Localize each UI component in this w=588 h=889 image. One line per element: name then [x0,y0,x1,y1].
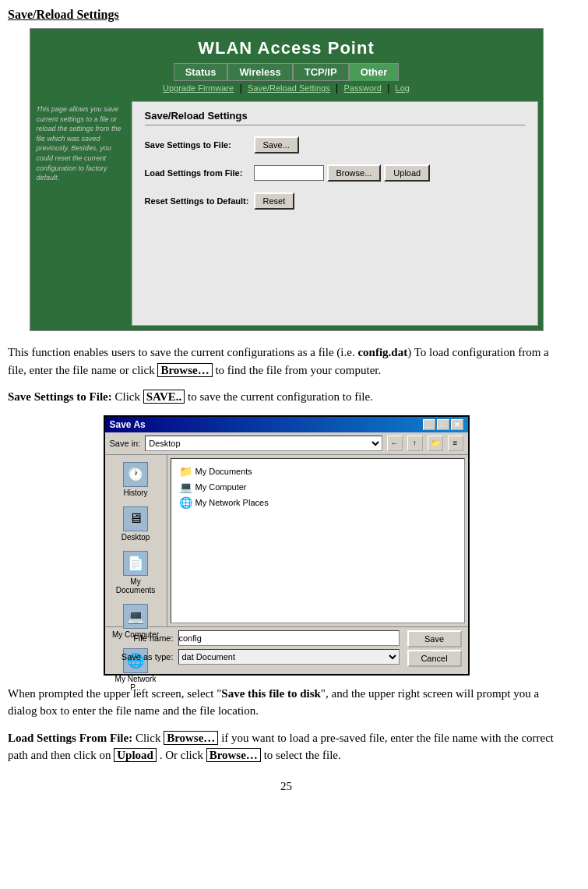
upload-button[interactable]: Upload [384,164,430,182]
device-main-title: Save/Reload Settings [145,110,525,125]
file-label-mynetwork: My Network Places [195,498,269,507]
dialog-titlebar: Save As _ □ ✕ [105,417,468,432]
nav-status[interactable]: Status [174,63,228,81]
filetype-label: Save as type: [111,652,174,661]
close-button[interactable]: ✕ [451,419,463,430]
file-item-mydocuments[interactable]: 📁 My Documents [176,464,459,479]
page-title: Save/Reload Settings [8,8,565,22]
intro-paragraph: This function enables users to save the … [8,344,565,379]
folder-icon-mycomputer: 💻 [179,481,192,493]
load-section-paragraph: Load Settings From File: Click Browse… i… [8,729,565,764]
filetype-row: Save as type: dat Document [111,649,400,665]
when-prompted-paragraph: When prompted the upper left screen, sel… [8,685,565,720]
nav-wireless[interactable]: Wireless [227,63,292,81]
maximize-button[interactable]: □ [437,419,449,430]
filetype-dropdown[interactable]: dat Document [178,649,400,665]
nav-tcpip[interactable]: TCP/IP [293,63,349,81]
save-link: SAVE.. [143,390,185,404]
save-section-label: Save Settings to File: [8,390,112,403]
sublink-upgrade[interactable]: Upgrade Firmware [163,83,234,93]
upload-link: Upload [114,748,157,762]
save-in-label: Save in: [110,439,141,448]
load-section-text3: . Or click [160,749,206,761]
file-label-mycomputer: My Computer [195,482,247,492]
sidebar-text: This page allows you save current settin… [37,105,121,182]
dialog-toolbar: Save in: Desktop ← ↑ 📁 ≡ [105,432,468,455]
file-item-mycomputer[interactable]: 💻 My Computer [176,479,459,495]
filename-input[interactable] [178,630,400,646]
save-controls: Save... [254,136,299,153]
load-label: Load Settings from File: [145,168,254,178]
save-section-paragraph: Save Settings to File: Click SAVE.. to s… [8,388,565,406]
save-label: Save Settings to File: [145,140,254,150]
minimize-button[interactable]: _ [423,419,435,430]
load-file-input[interactable] [254,165,324,181]
device-sublinks: Upgrade Firmware | Save/Reload Settings … [30,81,543,97]
sublink-log[interactable]: Log [396,83,410,93]
reset-controls: Reset [254,192,295,210]
file-label-mydocuments: My Documents [195,467,252,476]
load-browse-link2: Browse… [206,748,261,762]
dialog-bottom: File name: Save as type: dat Document Sa… [105,626,468,674]
dialog-save-button[interactable]: Save [407,630,462,647]
save-section-text2: to save the current configuration to fil… [188,390,373,403]
up-folder-icon[interactable]: ↑ [407,436,423,451]
sublink-password[interactable]: Password [344,83,382,93]
sublink-savereload[interactable]: Save/Reload Settings [248,83,330,93]
device-screenshot: WLAN Access Point Status Wireless TCP/IP… [30,28,544,331]
save-this-file-text: Save this file to disk [221,687,321,700]
sidebar-history[interactable]: 🕐 History [108,460,164,499]
reset-row: Reset Settings to Default: Reset [145,192,525,210]
filename-row: File name: [111,630,400,646]
load-section-label: Load Settings From File: [8,732,132,744]
view-options-icon[interactable]: ≡ [448,436,463,451]
save-row: Save Settings to File: Save... [145,136,525,153]
device-nav: Status Wireless TCP/IP Other [30,62,543,81]
load-section-text4: to select the file. [264,749,341,761]
save-section-text: Click [114,390,143,403]
device-title: WLAN Access Point [30,38,543,58]
dialog-action-buttons: Save Cancel [404,630,462,667]
mycomputer-icon: 💻 [123,604,148,629]
filename-label: File name: [111,633,174,643]
when-prompted-text: When prompted the upper left screen, sel… [8,687,221,700]
save-in-dropdown[interactable]: Desktop [145,436,382,451]
folder-icon-mydocuments: 📁 [179,465,192,478]
dialog-fields-col: File name: Save as type: dat Document [111,630,400,668]
load-row: Load Settings from File: Browse... Uploa… [145,164,525,182]
nav-other[interactable]: Other [349,63,400,81]
dialog-title-buttons: _ □ ✕ [423,419,463,430]
history-label: History [123,489,147,497]
device-header: WLAN Access Point [30,29,543,62]
dialog-cancel-button[interactable]: Cancel [407,650,462,667]
save-as-dialog: Save As _ □ ✕ Save in: Desktop ← ↑ 📁 ≡ 🕐… [104,415,470,676]
dialog-fields-actions: File name: Save as type: dat Document Sa… [111,630,462,668]
file-item-mynetwork[interactable]: 🌐 My Network Places [176,495,459,510]
back-icon[interactable]: ← [387,436,403,451]
reset-button[interactable]: Reset [254,192,295,210]
folder-icon-mynetwork: 🌐 [179,496,192,509]
load-controls: Browse... Upload [254,164,431,182]
reset-label: Reset Settings to Default: [145,196,254,206]
history-icon: 🕐 [123,462,148,487]
dialog-content: 🕐 History 🖥 Desktop 📄 My Documents 💻 My … [105,455,468,626]
mydocuments-icon: 📄 [123,551,148,576]
desktop-icon: 🖥 [123,506,148,531]
dialog-file-area: 📁 My Documents 💻 My Computer 🌐 My Networ… [171,458,465,623]
new-folder-icon[interactable]: 📁 [428,436,443,451]
sidebar-mydocuments[interactable]: 📄 My Documents [108,549,164,597]
page-number: 25 [8,780,565,793]
device-body: This page allows you save current settin… [30,97,543,330]
load-browse-link: Browse… [164,731,218,745]
device-main: Save/Reload Settings Save Settings to Fi… [132,101,538,326]
desktop-label: Desktop [121,533,150,542]
inline-browse-link: Browse… [157,363,212,377]
mydocuments-label: My Documents [111,577,161,594]
device-sidebar: This page allows you save current settin… [30,97,132,330]
intro-text2: to find the file from your computer. [213,364,382,376]
sidebar-desktop[interactable]: 🖥 Desktop [108,504,164,544]
browse-button[interactable]: Browse... [327,164,382,182]
save-button[interactable]: Save... [254,136,299,153]
load-section-text1: Click [136,732,164,744]
dialog-sidebar: 🕐 History 🖥 Desktop 📄 My Documents 💻 My … [105,455,167,626]
